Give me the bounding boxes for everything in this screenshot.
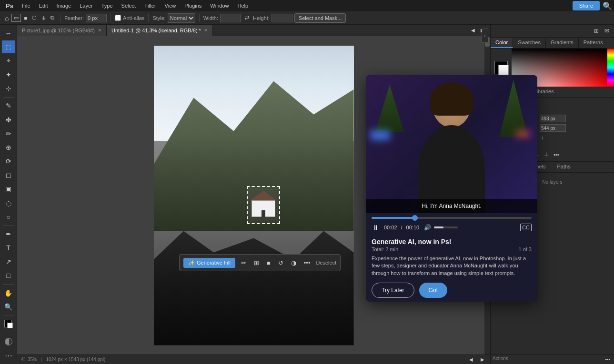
tab-color[interactable]: Color: [491, 38, 513, 48]
rotate-btn[interactable]: ↺: [276, 258, 285, 267]
path-select-tool[interactable]: ↗: [2, 256, 15, 268]
more-align-btn[interactable]: •••: [552, 150, 561, 158]
swap-dimensions-btn[interactable]: ⇄: [243, 14, 251, 22]
text-tool[interactable]: T: [2, 242, 15, 255]
lasso-tool[interactable]: ⌖: [2, 54, 15, 67]
tool-option-2[interactable]: ⬡: [30, 14, 39, 22]
zoom-tool[interactable]: 🔍: [2, 300, 15, 313]
tab-gradients[interactable]: Gradients: [546, 38, 579, 48]
tab-paths[interactable]: Paths: [552, 162, 576, 172]
tab-swatches[interactable]: Swatches: [513, 38, 546, 48]
history-brush[interactable]: ⟳: [2, 155, 15, 168]
pen-tool[interactable]: ✒: [2, 227, 15, 240]
move-tool[interactable]: ↔: [2, 27, 15, 39]
try-later-button[interactable]: Try Later: [372, 283, 414, 298]
collapse-panel-btn[interactable]: ‹: [482, 29, 488, 43]
menu-plugins[interactable]: Plugins: [181, 2, 205, 10]
shape-tool[interactable]: □: [2, 269, 15, 282]
tab-picture1[interactable]: Picture1.jpg @ 100% (RGB/8#) ✕: [17, 25, 107, 36]
panel-icon-1[interactable]: ⊞: [592, 27, 601, 35]
generative-fill-button[interactable]: ✨ Generative Fill: [183, 258, 235, 268]
crop-tool[interactable]: ⊹: [2, 82, 15, 95]
y-field[interactable]: [540, 124, 566, 132]
height-input[interactable]: [272, 14, 292, 22]
anti-alias-checkbox[interactable]: [115, 15, 121, 21]
search-button[interactable]: 🔍: [603, 1, 612, 10]
x-field[interactable]: [540, 115, 566, 122]
menu-file[interactable]: File: [18, 2, 34, 10]
menu-view[interactable]: View: [161, 2, 180, 10]
eyedropper-tool[interactable]: ✎: [2, 99, 15, 112]
share-button[interactable]: Share: [573, 1, 600, 10]
gradient-tool[interactable]: ▣: [2, 183, 15, 196]
width-input[interactable]: [220, 14, 241, 22]
scroll-canvas-right[interactable]: ▶: [479, 356, 486, 363]
menu-layer[interactable]: Layer: [76, 2, 97, 10]
menu-edit[interactable]: Edit: [35, 2, 52, 10]
select-mask-button[interactable]: Select and Mask...: [294, 13, 346, 23]
home-tool-btn[interactable]: ⌂: [3, 13, 10, 23]
menu-help[interactable]: Help: [233, 2, 252, 10]
anti-alias-label: Anti-alias: [123, 15, 144, 21]
video-progress-bar[interactable]: [372, 217, 532, 219]
status-bar: 41.35% | 1024 px × 1543 px (144 ppi) ◀ ▶: [17, 354, 490, 364]
video-description: Experience the power of generative AI, n…: [372, 255, 532, 277]
healing-tool[interactable]: ✤: [2, 113, 15, 126]
volume-bar[interactable]: [434, 226, 458, 228]
foreground-color[interactable]: [2, 317, 15, 330]
background-color-box[interactable]: [498, 65, 509, 75]
tab-close-untitled1[interactable]: ✕: [204, 28, 208, 33]
dodge-tool[interactable]: ○: [2, 210, 15, 223]
tab-patterns[interactable]: Patterns: [579, 38, 608, 48]
align-bottom[interactable]: ⊥: [542, 150, 551, 158]
mask-mode-btn[interactable]: [2, 335, 15, 348]
tab-close-picture1[interactable]: ✕: [98, 28, 101, 33]
scroll-canvas-left[interactable]: ◀: [467, 356, 475, 363]
extra-tools-btn[interactable]: ⋯: [2, 349, 15, 362]
video-counter: 1 of 3: [518, 246, 532, 252]
eraser-tool[interactable]: ◻: [2, 169, 15, 182]
tool-option-3[interactable]: ⚶: [40, 14, 48, 22]
menu-type[interactable]: Type: [98, 2, 117, 10]
marquee-tool[interactable]: ⬚: [2, 40, 15, 53]
deselect-label[interactable]: Deselect: [316, 260, 336, 266]
color-hue-bar[interactable]: [607, 49, 614, 87]
feather-input[interactable]: [86, 14, 107, 22]
go-button[interactable]: Go!: [419, 283, 447, 298]
tool-option-1[interactable]: ■: [22, 14, 29, 22]
menu-window[interactable]: Window: [206, 2, 232, 10]
magic-wand-tool[interactable]: ✦: [2, 69, 15, 81]
video-title: Generative AI, now in Ps!: [372, 238, 532, 246]
transform-tool-btn[interactable]: ⊞: [252, 258, 261, 267]
actions-label-row: Actions •••: [491, 354, 614, 364]
blur-tool[interactable]: ◌: [2, 197, 15, 209]
panel-icon-2[interactable]: ✉: [603, 27, 611, 35]
separator-1: [60, 14, 60, 22]
style-label: Style:: [152, 15, 166, 21]
menu-image[interactable]: Image: [53, 2, 75, 10]
closed-captions-btn[interactable]: CC: [520, 224, 532, 231]
style-select[interactable]: Normal: [168, 13, 195, 23]
brush-tool[interactable]: ✏: [2, 127, 15, 140]
top-right-icons: Share 🔍: [573, 1, 612, 10]
stroke-tool-btn[interactable]: ✏: [239, 258, 248, 267]
left-tool-panel: ↔ ⬚ ⌖ ✦ ⊹ ✎ ✤ ✏ ⊕ ⟳ ◻ ▣ ◌ ○ ✒ T ↗ □ ✋ 🔍 …: [0, 25, 17, 364]
marquee-tool-btn[interactable]: ▭: [11, 14, 21, 22]
clone-tool[interactable]: ⊕: [2, 141, 15, 154]
menu-select[interactable]: Select: [118, 2, 140, 10]
menu-ps[interactable]: Ps: [2, 1, 17, 10]
flip-v-btn[interactable]: ↕: [539, 134, 545, 141]
scroll-left-btn[interactable]: ◀: [469, 27, 477, 34]
menu-bar: Ps File Edit Image Layer Type Select Fil…: [0, 0, 614, 11]
fill-btn[interactable]: ■: [265, 258, 272, 267]
panel-options-btn[interactable]: •••: [603, 356, 612, 363]
play-pause-button[interactable]: ⏸: [372, 223, 380, 232]
menu-filter[interactable]: Filter: [141, 2, 160, 10]
tab-untitled1[interactable]: Untitled-1 @ 41.3% (Iceland, RGB/8) * ✕: [107, 25, 213, 36]
mute-button[interactable]: 🔊: [423, 223, 432, 232]
tool-option-4[interactable]: ⧉: [49, 14, 56, 22]
hand-tool[interactable]: ✋: [2, 286, 15, 299]
video-light-blue: [371, 130, 390, 140]
filter-btn[interactable]: ◑: [289, 258, 298, 267]
more-btn[interactable]: •••: [302, 258, 312, 267]
